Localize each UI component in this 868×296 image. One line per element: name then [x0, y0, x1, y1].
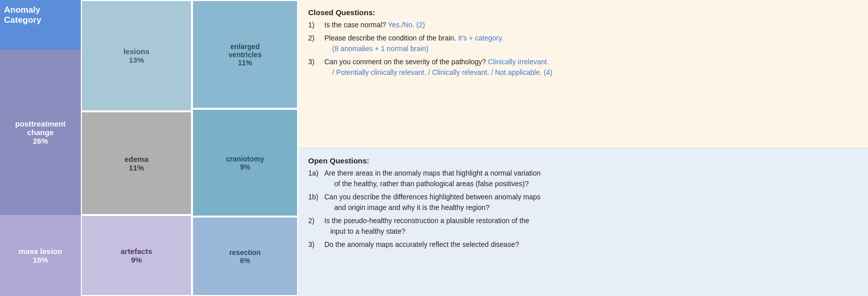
- treemap-section: Anomaly Category posttreatment change 26…: [0, 0, 298, 296]
- mass-lesion-cell: mass lesion 15%: [0, 215, 81, 296]
- anomaly-category-label: Anomaly Category: [4, 5, 77, 25]
- closed-q2: 2) Please describe the condition of the …: [308, 33, 858, 54]
- closed-q2-num: 2): [308, 33, 322, 44]
- questions-section: Closed Questions: 1) Is the case normal?…: [298, 0, 868, 296]
- open-q3-num: 3): [308, 239, 322, 250]
- open-questions-panel: Open Questions: 1a) Are there areas in t…: [298, 148, 868, 296]
- closed-q2-text: Please describe the condition of the bra…: [324, 33, 858, 54]
- anomaly-category-header: Anomaly Category: [0, 0, 81, 50]
- closed-questions-panel: Closed Questions: 1) Is the case normal?…: [298, 0, 868, 148]
- lesions-cell: lesions 13%: [81, 0, 192, 111]
- artefacts-cell: artefacts 9%: [81, 215, 192, 296]
- closed-q3-num: 3): [308, 57, 322, 67]
- closed-q3-text: Can you comment on the severity of the p…: [324, 57, 858, 78]
- closed-q3-answer: Clinically irrelevant. / Potentially cli…: [324, 58, 552, 76]
- edema-label: edema 11%: [124, 155, 149, 172]
- open-q1a-text: Are there areas in the anomaly maps that…: [324, 168, 858, 189]
- edema-cell: edema 11%: [81, 111, 192, 215]
- col-middle: lesions 13% edema 11% artefacts 9%: [81, 0, 192, 296]
- col-right-tree: enlarged ventricles 11% craniotomy 9% re…: [192, 0, 298, 296]
- craniotomy-cell: craniotomy 9%: [192, 109, 298, 217]
- open-q2-num: 2): [308, 216, 322, 226]
- closed-questions-title: Closed Questions:: [308, 8, 858, 17]
- posttreatment-label: posttreatment change 26%: [15, 119, 66, 145]
- lesions-label: lesions 13%: [123, 47, 150, 64]
- closed-q1-answer: Yes./No. (2): [388, 21, 425, 29]
- open-q1b: 1b) Can you describe the differences hig…: [308, 192, 858, 213]
- enlarged-ventricles-label: enlarged ventricles 11%: [228, 43, 261, 67]
- posttreatment-cell: posttreatment change 26%: [0, 50, 81, 215]
- enlarged-ventricles-cell: enlarged ventricles 11%: [192, 0, 298, 109]
- resection-cell: resection 6%: [192, 217, 298, 296]
- craniotomy-label: craniotomy 9%: [226, 155, 264, 171]
- closed-q3: 3) Can you comment on the severity of th…: [308, 57, 858, 78]
- closed-q1-num: 1): [308, 20, 322, 30]
- artefacts-label: artefacts 9%: [121, 247, 153, 264]
- closed-q1: 1) Is the case normal? Yes./No. (2): [308, 20, 858, 30]
- closed-q2-answer: It's + category. (8 anomalies + 1 normal…: [324, 34, 504, 53]
- open-q3: 3) Do the anomaly maps accurately reflec…: [308, 239, 858, 250]
- mass-lesion-label: mass lesion 15%: [19, 247, 62, 264]
- open-q1a: 1a) Are there areas in the anomaly maps …: [308, 168, 858, 189]
- open-q2-text: Is the pseudo-healthy reconstruction a p…: [324, 216, 858, 237]
- open-q1b-num: 1b): [308, 192, 322, 202]
- resection-label: resection 6%: [229, 248, 261, 265]
- open-questions-title: Open Questions:: [308, 156, 858, 165]
- open-q3-text: Do the anomaly maps accurately reflect t…: [324, 239, 858, 250]
- open-q1b-text: Can you describe the differences highlig…: [324, 192, 858, 213]
- open-q1a-num: 1a): [308, 168, 322, 179]
- closed-q1-text: Is the case normal? Yes./No. (2): [324, 20, 858, 30]
- col-anomaly: Anomaly Category posttreatment change 26…: [0, 0, 81, 296]
- open-q2: 2) Is the pseudo-healthy reconstruction …: [308, 216, 858, 237]
